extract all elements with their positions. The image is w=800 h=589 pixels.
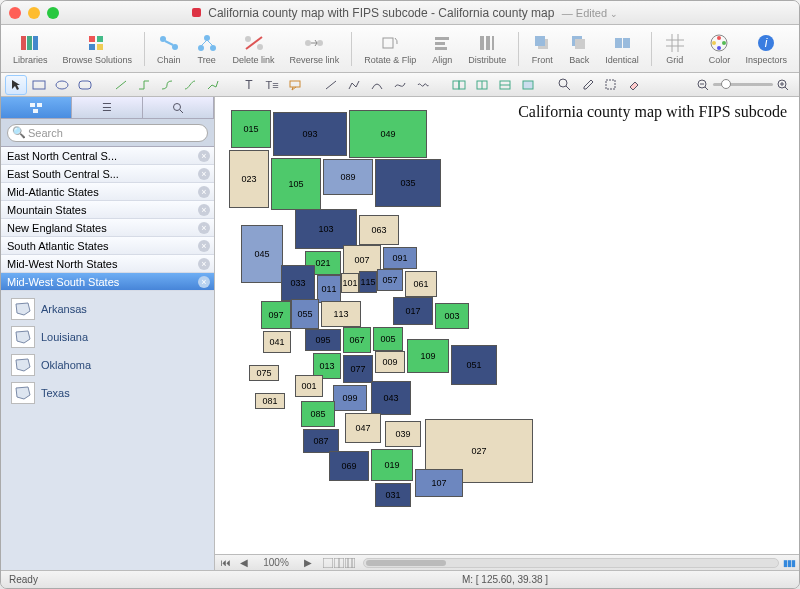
bezier-tool[interactable] (389, 75, 411, 95)
county-001[interactable]: 001 (295, 375, 323, 397)
zoom-slider[interactable] (697, 79, 789, 91)
search-tool[interactable] (553, 75, 575, 95)
sidebar-category[interactable]: South Atlantic States× (1, 237, 214, 255)
close-icon[interactable]: × (198, 276, 210, 288)
tree-button[interactable]: Tree (190, 32, 224, 65)
rounded-rect-tool[interactable] (74, 75, 96, 95)
color-button[interactable]: Color (702, 32, 736, 65)
sidebar-tab-tree[interactable] (1, 97, 72, 118)
county-097[interactable]: 097 (261, 301, 291, 329)
county-039[interactable]: 039 (385, 421, 421, 447)
sidebar-category[interactable]: Mid-Atlantic States× (1, 183, 214, 201)
ellipse-tool[interactable] (51, 75, 73, 95)
county-035[interactable]: 035 (375, 159, 441, 207)
county-009[interactable]: 009 (375, 351, 405, 373)
sidebar-shape[interactable]: Oklahoma (1, 351, 214, 379)
group-tool-1[interactable] (448, 75, 470, 95)
align-button[interactable]: Align (425, 32, 459, 65)
line-tool[interactable] (320, 75, 342, 95)
county-085[interactable]: 085 (301, 401, 335, 427)
text-tool[interactable]: T (238, 75, 260, 95)
reverse-link-button[interactable]: Reverse link (284, 32, 346, 65)
close-icon[interactable]: × (198, 222, 210, 234)
page-first[interactable]: ⏮ (219, 557, 233, 568)
close-icon[interactable]: × (198, 240, 210, 252)
county-033[interactable]: 033 (281, 265, 315, 301)
search-input[interactable] (7, 124, 208, 142)
county-061[interactable]: 061 (405, 271, 437, 297)
page-prev[interactable]: ◀ (237, 557, 251, 568)
group-tool-2[interactable] (471, 75, 493, 95)
county-067[interactable]: 067 (343, 327, 371, 353)
page-indicator-icon[interactable]: ▮▮▮ (783, 558, 795, 568)
close-icon[interactable]: × (198, 168, 210, 180)
close-icon[interactable]: × (198, 204, 210, 216)
county-063[interactable]: 063 (359, 215, 399, 245)
sidebar-category[interactable]: East North Central S...× (1, 147, 214, 165)
hscrollbar[interactable] (363, 558, 779, 568)
rect-tool[interactable] (28, 75, 50, 95)
county-057[interactable]: 057 (377, 269, 403, 291)
county-101[interactable]: 101 (341, 273, 359, 293)
county-115[interactable]: 115 (359, 271, 377, 293)
county-069[interactable]: 069 (329, 451, 369, 481)
map-viewport[interactable]: California county map with FIPS subcode … (215, 97, 799, 554)
county-087[interactable]: 087 (303, 429, 339, 453)
county-011[interactable]: 011 (317, 275, 341, 303)
county-095[interactable]: 095 (305, 329, 341, 351)
group-tool-3[interactable] (494, 75, 516, 95)
connector-tool-3[interactable] (156, 75, 178, 95)
dropper-tool[interactable] (576, 75, 598, 95)
sidebar-shape[interactable]: Arkansas (1, 295, 214, 323)
county-109[interactable]: 109 (407, 339, 449, 373)
text-tool-2[interactable]: T≡ (261, 75, 283, 95)
sidebar-shape[interactable]: Texas (1, 379, 214, 407)
identical-button[interactable]: Identical (599, 32, 645, 65)
inspectors-button[interactable]: i Inspectors (739, 32, 793, 65)
zoom-out-icon[interactable] (697, 79, 709, 91)
close-icon[interactable]: × (198, 150, 210, 162)
arc-tool[interactable] (366, 75, 388, 95)
connector-tool-1[interactable] (110, 75, 132, 95)
county-099[interactable]: 099 (333, 385, 367, 411)
grid-button[interactable]: Grid (658, 32, 692, 65)
county-055[interactable]: 055 (291, 299, 319, 329)
sidebar-category[interactable]: Mid-West North States× (1, 255, 214, 273)
sidebar-tab-search[interactable] (143, 97, 214, 118)
page-next[interactable]: ▶ (301, 557, 315, 568)
county-081[interactable]: 081 (255, 393, 285, 409)
sidebar-category[interactable]: Mid-West South States× (1, 273, 214, 291)
sidebar-shape[interactable]: Louisiana (1, 323, 214, 351)
sidebar-tab-list[interactable]: ☰ (72, 97, 143, 118)
polyline-tool[interactable] (343, 75, 365, 95)
rotate-flip-button[interactable]: Rotate & Flip (358, 32, 422, 65)
county-023[interactable]: 023 (229, 150, 269, 208)
spline-tool[interactable] (412, 75, 434, 95)
county-093[interactable]: 093 (273, 112, 347, 156)
county-003[interactable]: 003 (435, 303, 469, 329)
zoom-in-icon[interactable] (777, 79, 789, 91)
snap-tool[interactable] (599, 75, 621, 95)
libraries-button[interactable]: Libraries (7, 32, 54, 65)
close-icon[interactable]: × (198, 258, 210, 270)
county-075[interactable]: 075 (249, 365, 279, 381)
county-045[interactable]: 045 (241, 225, 283, 283)
county-017[interactable]: 017 (393, 297, 433, 325)
zoom-pct[interactable]: 100% (255, 557, 297, 568)
county-077[interactable]: 077 (343, 355, 373, 383)
back-button[interactable]: Back (562, 32, 596, 65)
chain-button[interactable]: Chain (151, 32, 187, 65)
front-button[interactable]: Front (525, 32, 559, 65)
county-103[interactable]: 103 (295, 209, 357, 249)
county-105[interactable]: 105 (271, 158, 321, 210)
connector-tool-4[interactable] (179, 75, 201, 95)
group-tool-4[interactable] (517, 75, 539, 95)
county-089[interactable]: 089 (323, 159, 373, 195)
county-043[interactable]: 043 (371, 381, 411, 415)
connector-tool-2[interactable] (133, 75, 155, 95)
delete-link-button[interactable]: Delete link (227, 32, 281, 65)
county-019[interactable]: 019 (371, 449, 413, 481)
callout-tool[interactable] (284, 75, 306, 95)
sidebar-category[interactable]: East South Central S...× (1, 165, 214, 183)
county-113[interactable]: 113 (321, 301, 361, 327)
